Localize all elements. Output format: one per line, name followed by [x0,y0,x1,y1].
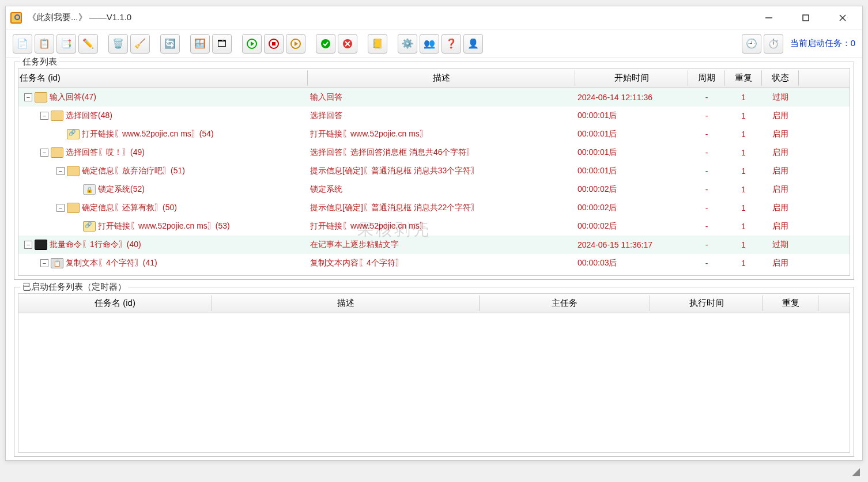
svg-marker-9 [295,41,298,46]
task-desc: 复制文本内容〖4个字符〗 [308,258,575,268]
tb-play[interactable] [242,34,262,54]
task-row[interactable]: −输入回答(47)输入回答2024-06-14 12:11:36-1过期 [18,88,850,107]
svg-rect-1 [803,15,809,21]
task-repeat: 1 [725,185,762,194]
task-cycle: - [688,203,725,212]
task-grid-body[interactable]: −输入回答(47)输入回答2024-06-14 12:11:36-1过期−选择回… [18,88,850,275]
task-name: 打开链接〖www.52pojie.cn ms〗(54) [82,129,214,139]
tb-history[interactable]: 🕘 [742,34,761,54]
col-time[interactable]: 开始时间 [575,70,688,86]
task-row[interactable]: −选择回答〖哎！〗(49)选择回答〖选择回答消息框 消息共46个字符〗00:00… [18,143,850,162]
task-status: 启用 [762,203,799,213]
tb-delete[interactable]: 🗑️ [108,34,128,54]
col2-repeat[interactable]: 重复 [763,295,818,311]
task-row[interactable]: −确定信息〖放弃治疗吧〗(51)提示信息[确定]〖普通消息框 消息共33个字符〗… [18,162,850,180]
col-name[interactable]: 任务名 (id) [18,70,308,86]
running-grid-header: 任务名 (id) 描述 主任务 执行时间 重复 [18,294,850,313]
task-list-legend: 任务列表 [20,56,59,67]
tb-new[interactable]: 📄 [13,34,32,54]
task-row[interactable]: −复制文本〖4个字符〗(41)复制文本内容〖4个字符〗00:00:03后-1启用 [18,254,850,272]
task-row[interactable]: −批量命令〖1行命令〗(40)在记事本上逐步粘贴文字2024-06-15 11:… [18,236,850,254]
tb-note[interactable]: 📒 [368,34,387,54]
tree-toggle[interactable]: − [56,167,65,175]
task-time: 00:00:02后 [575,203,688,213]
task-status: 启用 [762,184,799,195]
tree-toggle[interactable]: − [40,259,48,267]
maximize-button[interactable] [795,9,816,26]
col-repeat[interactable]: 重复 [725,70,762,86]
tree-toggle[interactable]: − [40,112,48,120]
tb-users[interactable]: 👥 [420,34,439,54]
window-title: 《此刻我要...》 ——V1.1.0 [28,12,131,23]
resize-grip[interactable] [852,468,860,476]
running-list-panel: 已启动任务列表（定时器） 任务名 (id) 描述 主任务 执行时间 重复 [14,287,854,457]
task-name: 选择回答(48) [66,111,112,121]
link-icon [83,221,96,231]
task-cycle: - [688,130,725,139]
task-row[interactable]: −选择回答(48)选择回答00:00:01后-1启用 [18,107,850,125]
task-status: 启用 [762,129,799,139]
dlg-icon [67,203,80,213]
tb-refresh[interactable]: 🔄 [160,34,180,54]
task-time: 2024-06-14 12:11:36 [575,93,688,102]
task-status: 启用 [762,258,799,268]
tree-toggle[interactable]: − [56,204,65,212]
task-row[interactable]: −确定信息〖还算有救〗(50)提示信息[确定]〖普通消息框 消息共22个字符〗0… [18,199,850,217]
tb-check[interactable] [316,34,335,54]
task-name: 输入回答(47) [50,92,96,103]
tb-stop[interactable] [264,34,284,54]
tree-toggle[interactable]: − [40,149,48,157]
col2-main[interactable]: 主任务 [480,295,650,311]
tb-timer[interactable]: ⏱️ [764,34,783,54]
task-desc: 选择回答 [308,111,575,121]
close-button[interactable] [832,9,853,26]
task-name: 打开链接〖www.52pojie.cn ms〗(53) [98,221,230,231]
task-cycle: - [688,93,725,102]
col-desc[interactable]: 描述 [308,70,575,86]
task-status: 启用 [762,147,799,158]
task-time: 00:00:01后 [575,147,688,158]
task-repeat: 1 [725,111,762,120]
task-row[interactable]: 打开链接〖www.52pojie.cn ms〗(54)打开链接〖www.52po… [18,125,850,143]
task-cycle: - [688,240,725,249]
col2-desc[interactable]: 描述 [212,295,480,311]
tb-settings[interactable]: ⚙️ [398,34,417,54]
task-repeat: 1 [725,93,762,102]
tb-help[interactable]: ❓ [441,34,461,54]
tb-play2[interactable] [286,34,305,54]
task-time: 00:00:02后 [575,221,688,231]
task-name: 确定信息〖放弃治疗吧〗(51) [82,166,185,176]
running-grid-body[interactable] [18,313,850,428]
tb-about[interactable]: 👤 [463,34,483,54]
tb-copy[interactable]: 📑 [56,34,76,54]
task-row[interactable]: 锁定系统(52)锁定系统00:00:02后-1启用 [18,180,850,199]
svg-point-10 [321,39,330,48]
task-cycle: - [688,222,725,231]
tree-toggle[interactable]: − [24,241,32,249]
col-status[interactable]: 状态 [762,70,799,86]
app-icon [10,12,22,24]
dlg-icon [67,166,80,176]
minimize-button[interactable] [758,9,779,26]
task-row[interactable]: 打开链接〖www.52pojie.cn ms〗(53)打开链接〖www.52po… [18,217,850,236]
tb-cancel[interactable] [338,34,357,54]
task-cycle: - [688,148,725,157]
col2-name[interactable]: 任务名 (id) [18,295,212,311]
task-desc: 提示信息[确定]〖普通消息框 消息共22个字符〗 [308,203,575,213]
tb-edit[interactable]: ✏️ [78,34,98,54]
task-time: 2024-06-15 11:36:17 [575,240,688,249]
tb-paste[interactable]: 📋 [35,34,54,54]
task-repeat: 1 [725,259,762,268]
cmd-icon [35,240,47,250]
col2-time[interactable]: 执行时间 [650,295,763,311]
task-status: 启用 [762,111,799,121]
task-list-panel: 任务列表 任务名 (id) 描述 开始时间 周期 重复 状态 −输入回答(47)… [14,62,854,280]
tree-toggle[interactable]: − [24,93,32,101]
tb-window2[interactable]: 🗔 [212,34,232,54]
toolbar: 📄 📋 📑 ✏️ 🗑️ 🧹 🔄 🪟 🗔 📒 ⚙️ 👥 ❓ 👤 🕘 ⏱️ 当前启动… [6,29,862,58]
tb-window1[interactable]: 🪟 [190,34,210,54]
task-repeat: 1 [725,203,762,212]
col-cycle[interactable]: 周期 [688,70,725,86]
task-time: 00:00:03后 [575,258,688,268]
tb-clear[interactable]: 🧹 [130,34,150,54]
